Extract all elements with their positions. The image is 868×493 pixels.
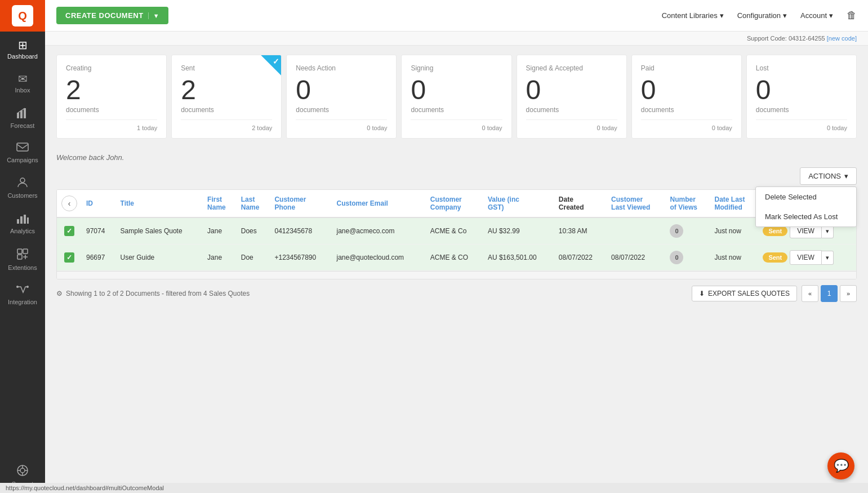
svg-rect-0	[17, 113, 19, 118]
checkbox-check-1: ✓	[66, 227, 72, 235]
stat-card-sent[interactable]: ✓ Sent 2 documents 2 today	[171, 55, 282, 139]
stat-signing-label: Signing	[411, 64, 502, 72]
stat-creating-today: 1 today	[66, 119, 157, 131]
delete-selected-item[interactable]: Delete Selected	[756, 187, 856, 207]
back-button[interactable]: ‹	[61, 196, 77, 211]
td-checkbox-2[interactable]: ✓	[57, 245, 82, 271]
create-document-arrow[interactable]: ▼	[148, 12, 159, 19]
sidebar-item-integration[interactable]: Integration	[0, 277, 45, 311]
th-phone[interactable]: CustomerPhone	[270, 190, 332, 217]
svg-point-15	[26, 286, 29, 288]
th-value[interactable]: Value (incGST)	[483, 190, 554, 217]
row-2-checkbox[interactable]: ✓	[64, 252, 74, 263]
actions-button[interactable]: ACTIONS ▾	[800, 167, 857, 185]
row-1-checkbox[interactable]: ✓	[64, 226, 74, 236]
export-button[interactable]: ⬇ EXPORT SALES QUOTES	[692, 286, 797, 301]
table-scrollbar[interactable]	[57, 271, 856, 279]
stat-paid-label: Paid	[641, 64, 732, 72]
svg-point-4	[20, 178, 25, 183]
account-nav[interactable]: Account ▾	[800, 11, 833, 20]
th-last-modified[interactable]: Date LastModified	[710, 190, 759, 217]
stat-signing-number: 0	[411, 77, 502, 104]
forecast-icon	[16, 107, 29, 120]
td-id-2: 96697	[82, 245, 116, 271]
th-company[interactable]: CustomerCompany	[426, 190, 483, 217]
th-id[interactable]: ID	[82, 190, 116, 217]
stat-card-paid[interactable]: Paid 0 documents 0 today	[631, 55, 742, 139]
welcome-text: Welcome back John.	[56, 153, 124, 162]
sidebar-item-extensions[interactable]: Extentions	[0, 240, 45, 277]
welcome-bar: Welcome back John.	[45, 148, 868, 167]
td-firstname-2: Jane	[203, 245, 237, 271]
trash-icon[interactable]: 🗑	[847, 10, 857, 21]
customers-icon	[16, 177, 29, 190]
create-document-button[interactable]: CREATE DOCUMENT ▼	[56, 7, 168, 24]
sidebar-item-customers[interactable]: Customers	[0, 169, 45, 205]
stat-needs-action-today: 0 today	[296, 119, 387, 131]
sidebar-logo[interactable]: Q	[0, 0, 45, 32]
svg-rect-1	[20, 110, 23, 118]
td-phone-1: 0412345678	[270, 217, 332, 245]
page-last-button[interactable]: »	[840, 285, 857, 302]
th-first-name[interactable]: FirstName	[203, 190, 237, 217]
stat-card-needs-action[interactable]: Needs Action 0 documents 0 today	[286, 55, 397, 139]
sidebar-item-extensions-label: Extentions	[8, 264, 37, 271]
th-last-name[interactable]: LastName	[237, 190, 270, 217]
td-value-1: AU $32.99	[483, 217, 554, 245]
sidebar-item-analytics[interactable]: Analytics	[0, 205, 45, 240]
td-last-viewed-1	[607, 217, 665, 245]
actions-btn-chevron: ▾	[844, 172, 848, 180]
main-area: CREATE DOCUMENT ▼ Content Libraries ▾ Co…	[45, 0, 868, 493]
stat-signed-accepted-label: Signed & Accepted	[526, 64, 617, 72]
status-bar: https://my.quotecloud.net/dashboard#mult…	[0, 483, 868, 493]
td-email-1: jane@acmeco.com	[332, 217, 425, 245]
td-last-modified-1: Just now	[710, 217, 759, 245]
content-libraries-nav[interactable]: Content Libraries ▾	[662, 11, 724, 20]
table-scroll: ‹ ID Title FirstName LastName CustomerPh…	[57, 190, 856, 271]
th-title[interactable]: Title	[116, 190, 203, 217]
table-row: ✓ 97074 Sample Sales Quote Jane Does 041…	[57, 217, 856, 245]
th-email[interactable]: Customer Email	[332, 190, 425, 217]
td-checkbox-1[interactable]: ✓	[57, 217, 82, 245]
documents-table: ‹ ID Title FirstName LastName CustomerPh…	[57, 190, 856, 271]
td-last-modified-2: Just now	[710, 245, 759, 271]
stat-needs-action-docs: documents	[296, 106, 387, 114]
svg-rect-8	[27, 217, 29, 224]
svg-point-17	[20, 468, 25, 473]
chat-button[interactable]: 💬	[827, 452, 854, 479]
sidebar-item-forecast[interactable]: Forecast	[0, 99, 45, 135]
mark-selected-lost-item[interactable]: Mark Selected As Lost	[756, 207, 856, 226]
sidebar-item-dashboard[interactable]: ⊞ Dashboard	[0, 32, 45, 65]
configuration-chevron: ▾	[783, 11, 787, 20]
th-views[interactable]: Numberof Views	[665, 190, 710, 217]
actions-btn-label: ACTIONS	[808, 172, 841, 180]
sent-badge-check: ✓	[273, 57, 279, 66]
stat-card-signed-accepted[interactable]: Signed & Accepted 0 documents 0 today	[517, 55, 627, 139]
topbar: CREATE DOCUMENT ▼ Content Libraries ▾ Co…	[45, 0, 868, 32]
topbar-left: CREATE DOCUMENT ▼	[56, 7, 168, 24]
stat-card-creating[interactable]: Creating 2 documents 1 today	[56, 55, 167, 139]
stat-card-lost[interactable]: Lost 0 documents 0 today	[746, 55, 857, 139]
table-row: ✓ 96697 User Guide Jane Doe +1234567890 …	[57, 245, 856, 271]
page-first-button[interactable]: «	[802, 285, 818, 302]
td-date-created-1: 10:38 AM	[554, 217, 607, 245]
stat-needs-action-label: Needs Action	[296, 64, 387, 72]
campaigns-icon	[16, 143, 29, 154]
configuration-nav[interactable]: Configuration ▾	[737, 11, 787, 20]
view-btn-group-2: VIEW ▾	[790, 250, 834, 265]
stat-card-signing[interactable]: Signing 0 documents 0 today	[401, 55, 511, 139]
sidebar-item-inbox[interactable]: ✉ Inbox	[0, 65, 45, 99]
th-last-viewed[interactable]: CustomerLast Viewed	[607, 190, 665, 217]
th-date-created[interactable]: DateCreated	[554, 190, 607, 217]
pagination: « 1 »	[802, 285, 857, 302]
view-btn-arrow-2[interactable]: ▾	[822, 251, 834, 265]
page-1-button[interactable]: 1	[821, 285, 838, 302]
stat-signed-accepted-docs: documents	[526, 106, 617, 114]
checkbox-check-2: ✓	[66, 254, 72, 261]
sidebar-item-campaigns[interactable]: Campaigns	[0, 135, 45, 169]
support-new-code-link[interactable]: [new code]	[827, 35, 857, 42]
td-firstname-1: Jane	[203, 217, 237, 245]
table-info: ⚙ Showing 1 to 2 of 2 Documents - filter…	[56, 290, 250, 297]
view-btn-2[interactable]: VIEW	[790, 250, 822, 265]
svg-rect-7	[24, 215, 26, 224]
